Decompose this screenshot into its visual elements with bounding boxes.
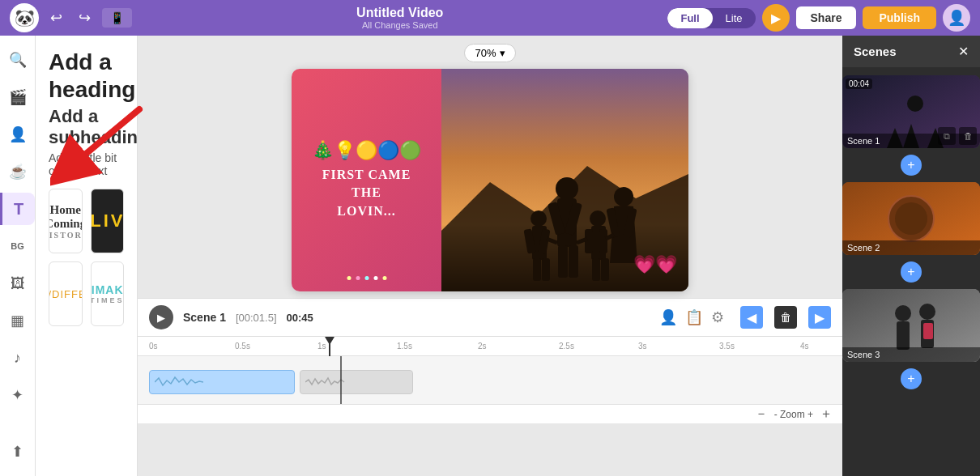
svg-point-39 (919, 304, 935, 320)
ruler-mark-35s: 3.5s (719, 342, 735, 351)
svg-rect-8 (558, 245, 568, 278)
sidebar-item-search[interactable]: 🔍 (2, 44, 34, 76)
svg-point-4 (556, 177, 578, 200)
scene-1-timer: 00:04 (846, 79, 872, 89)
text-style-thinkdifferent[interactable]: THINK/DIFFERENT (49, 261, 83, 326)
canvas-photo: 💗💗 (441, 69, 688, 291)
track-clip-2[interactable] (300, 370, 413, 394)
scene-2-label: Scene 2 (842, 240, 980, 255)
panel-heading[interactable]: Add a heading (49, 49, 124, 103)
canvas-left-panel: 🎄💡🟡🔵🟢 First came the lovin... (292, 69, 441, 291)
sidebar-item-upload[interactable]: ⬆ (2, 436, 34, 468)
canvas-text-line1: First came (322, 168, 411, 181)
app-logo[interactable]: 🐼 (10, 3, 39, 32)
text-styles-grid: Home Coming HISTORY ALIVE THINK/DIFFEREN… (49, 189, 124, 326)
svg-rect-20 (592, 258, 600, 281)
sidebar-item-props[interactable]: ☕ (2, 155, 34, 188)
svg-point-37 (895, 305, 911, 321)
svg-rect-38 (897, 321, 910, 350)
text-style-homecoming[interactable]: Home Coming HISTORY (49, 189, 83, 253)
svg-point-29 (907, 96, 923, 112)
timeline-character-icon[interactable]: 👤 (659, 308, 677, 326)
zoom-pill[interactable]: 70% ▾ (464, 44, 515, 62)
share-button[interactable]: Share (796, 6, 857, 29)
view-full-button[interactable]: Full (667, 8, 712, 28)
timeline-needle (329, 337, 330, 356)
svg-rect-15 (542, 258, 550, 281)
view-lite-button[interactable]: Lite (713, 8, 756, 28)
canvas-text-line3: lovin... (337, 204, 395, 218)
waveform-icon (155, 374, 203, 390)
sidebar-item-images[interactable]: 🖼 (2, 267, 34, 300)
text-style-label: ALIVE (91, 210, 125, 232)
sidebar-item-text[interactable]: T (0, 193, 35, 225)
needle-track-line (340, 356, 342, 404)
text-style-label: ANIMAKER (91, 283, 125, 296)
zoom-label: - Zoom + (774, 409, 813, 420)
timeline-delete-button[interactable]: 🗑 (774, 306, 797, 329)
zoom-bar: 70% ▾ (464, 44, 515, 62)
zoom-dropdown-icon: ▾ (500, 47, 505, 59)
svg-point-22 (614, 187, 633, 206)
scene-item-2[interactable]: Scene 2 (842, 182, 980, 255)
zoom-minus-button[interactable]: － (755, 406, 768, 423)
scenes-panel-title: Scenes (854, 45, 897, 58)
publish-button[interactable]: Publish (863, 6, 936, 29)
undo-button[interactable]: ↩ (45, 6, 67, 30)
topbar: 🐼 ↩ ↪ 📱 Untitled Video All Changes Saved… (0, 0, 980, 36)
scene-item-1[interactable]: 00:04 ⧉ 🗑 Scene 1 (842, 75, 980, 148)
timeline-prev-button[interactable]: ◀ (740, 306, 763, 329)
canvas-frame[interactable]: 🎄💡🟡🔵🟢 First came the lovin... (292, 69, 688, 291)
panel-body-text[interactable]: Add a little bit of body text (49, 151, 124, 177)
canvas-area: 70% ▾ 🎄💡🟡🔵🟢 First came the lovin... (138, 36, 842, 476)
text-style-animaker[interactable]: ANIMAKER TIMES (91, 261, 125, 326)
play-button[interactable]: ▶ (762, 4, 790, 32)
svg-rect-41 (923, 323, 933, 339)
needle-head (325, 337, 334, 345)
main-layout: 🔍 🎬 👤 ☕ T BG 🖼 ▦ ♪ ✦ ⬆ Add a heading Add… (0, 36, 980, 476)
timeline-next-button[interactable]: ▶ (808, 306, 831, 329)
panel-subheading[interactable]: Add a subheading (49, 106, 124, 148)
sidebar-item-effects[interactable]: ✦ (2, 379, 34, 411)
canvas-text-line2: the (352, 185, 381, 199)
save-status: All Changes Saved (138, 20, 661, 30)
sidebar-item-video[interactable]: ▦ (2, 304, 34, 337)
timeline-time-display: [00:01.5] (236, 312, 277, 324)
user-avatar[interactable]: 👤 (943, 4, 970, 32)
sidebar-item-bg[interactable]: BG (2, 230, 34, 262)
svg-rect-9 (569, 245, 578, 278)
redo-button[interactable]: ↪ (74, 6, 96, 30)
sidebar-item-music[interactable]: ♪ (2, 342, 34, 374)
timeline-caption-icon[interactable]: 📋 (685, 308, 703, 326)
timeline-play-button[interactable]: ▶ (149, 305, 173, 329)
zoom-value: 70% (475, 47, 496, 59)
ruler-mark-3s: 3s (638, 342, 647, 351)
right-sidebar-scenes: Scenes ✕ 00:04 ⧉ (842, 36, 980, 476)
canvas-hearts: 💗💗 (633, 254, 677, 275)
timeline-duration: 00:45 (287, 312, 313, 324)
svg-point-10 (530, 210, 547, 227)
text-style-sublabel: TIMES (91, 296, 125, 304)
view-toggle: Full Lite (667, 8, 755, 28)
svg-rect-21 (601, 258, 609, 281)
ruler-mark-2s: 2s (478, 342, 487, 351)
scene-add-after-2[interactable]: + (901, 261, 922, 283)
sidebar-item-characters[interactable]: 👤 (2, 118, 34, 151)
timeline-bar: ▶ Scene 1 [00:01.5] 00:45 👤 📋 ⚙ ◀ 🗑 ▶ (138, 298, 842, 336)
scenes-close-button[interactable]: ✕ (958, 44, 969, 59)
svg-point-35 (895, 202, 927, 235)
track-clip-1[interactable] (149, 370, 295, 394)
device-toggle-button[interactable]: 📱 (102, 8, 132, 28)
bottom-controls: － - Zoom + ＋ (138, 404, 842, 423)
ruler-mark-25s: 2.5s (559, 342, 574, 351)
text-style-alive[interactable]: ALIVE (91, 189, 125, 253)
scenes-header: Scenes ✕ (842, 36, 980, 67)
scene-item-3[interactable]: Scene 3 (842, 289, 980, 362)
sidebar-item-scenes[interactable]: 🎬 (2, 81, 34, 113)
canvas-lights: 🎄💡🟡🔵🟢 (312, 140, 421, 161)
scene-add-after-3[interactable]: + (901, 368, 922, 389)
timeline-settings-icon[interactable]: ⚙ (711, 308, 724, 326)
scene-add-after-1[interactable]: + (901, 155, 922, 176)
zoom-plus-button[interactable]: ＋ (820, 406, 833, 423)
text-panel: Add a heading Add a subheading Add a lit… (36, 36, 138, 476)
